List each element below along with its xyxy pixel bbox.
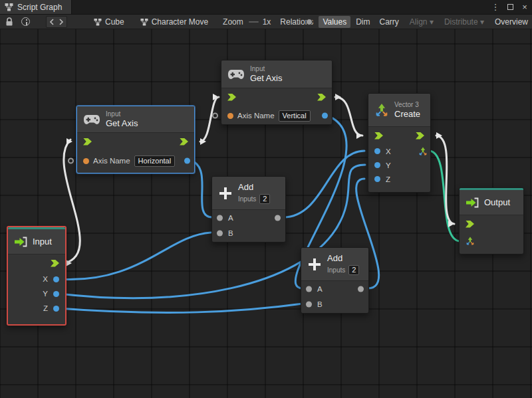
navigate-glyph: [49, 19, 64, 25]
port-row-a: A: [301, 281, 368, 296]
control-out-port[interactable]: [416, 132, 424, 140]
vector3-in-port[interactable]: [466, 237, 475, 246]
port-label: A: [228, 214, 233, 222]
breadcrumb-cube-label: Cube: [105, 17, 124, 27]
values-button[interactable]: Values: [319, 16, 350, 28]
navigate-icon[interactable]: [46, 16, 67, 28]
plus-icon: [218, 186, 233, 201]
script-graph-window: Script Graph ⋮ × Cube Character Move Zoo…: [0, 0, 532, 398]
sum-out-port[interactable]: [275, 215, 281, 221]
kebab-menu-icon[interactable]: ⋮: [489, 1, 501, 13]
dim-button[interactable]: Dim: [352, 16, 374, 28]
inputs-count-field[interactable]: 2: [348, 265, 359, 275]
y-out-port[interactable]: [53, 291, 59, 297]
result-out-port[interactable]: [184, 158, 190, 164]
node-header[interactable]: Output: [460, 190, 523, 215]
distribute-dropdown[interactable]: Distribute ▾: [440, 16, 488, 28]
control-port-row: [221, 88, 332, 106]
node-graph-output[interactable]: Output: [459, 187, 524, 254]
node-header[interactable]: Add Inputs 2: [301, 248, 368, 281]
z-out-port[interactable]: [53, 306, 59, 312]
tab-script-graph[interactable]: Script Graph: [0, 0, 72, 14]
breadcrumb-cube[interactable]: Cube: [94, 17, 124, 27]
node-header[interactable]: Add Inputs 2: [212, 177, 285, 210]
zoom-value: 1x: [263, 17, 271, 27]
lock-icon[interactable]: [5, 16, 13, 28]
vector3-out-port[interactable]: [418, 147, 428, 156]
graph-io-arrow-icon: [14, 237, 27, 247]
tab-label: Script Graph: [17, 3, 62, 12]
x-in-port[interactable]: [374, 148, 380, 154]
align-dropdown[interactable]: Align ▾: [406, 16, 438, 28]
port-row-z: Z: [368, 172, 430, 186]
y-in-port[interactable]: [374, 162, 380, 168]
result-out-port[interactable]: [322, 113, 328, 119]
node-graph-input[interactable]: Input X Y Z: [7, 226, 66, 326]
port-label: Z: [386, 175, 390, 183]
param-row: Axis Name Vertical: [221, 106, 332, 126]
control-out-port[interactable]: [180, 138, 188, 146]
node-category: Input: [106, 110, 138, 118]
input-a-port[interactable]: [217, 215, 223, 221]
vector-in-row: [460, 233, 523, 250]
inputs-count-field[interactable]: 2: [259, 194, 270, 204]
port-label: A: [317, 285, 323, 293]
cube-breadcrumb-icon: [94, 18, 102, 26]
node-category: Input: [250, 65, 282, 73]
x-out-port[interactable]: [53, 276, 59, 282]
node-header[interactable]: Vector 3 Create: [368, 94, 430, 127]
overview-button[interactable]: Overview: [491, 16, 532, 28]
port-row-y: Y: [8, 286, 65, 301]
z-in-port[interactable]: [374, 176, 380, 182]
axis-name-port[interactable]: [83, 158, 89, 164]
node-title: Add: [238, 182, 270, 193]
breadcrumb-character-move[interactable]: Character Move: [140, 17, 208, 27]
maximize-icon[interactable]: [504, 1, 516, 13]
node-get-axis-vertical[interactable]: Input Get Axis Axis Name Vertical: [221, 60, 332, 125]
align-label: Align: [410, 17, 428, 27]
zoom-label: Zoom: [223, 17, 243, 27]
info-glyph: [21, 17, 30, 26]
port-row-a: A: [212, 210, 285, 225]
control-out-port[interactable]: [317, 94, 326, 101]
close-icon[interactable]: ×: [519, 1, 531, 13]
control-port-row: [368, 127, 430, 144]
carry-button[interactable]: Carry: [376, 16, 403, 28]
axis-name-field[interactable]: Horizontal: [134, 155, 176, 167]
port-label: Y: [43, 290, 48, 298]
input-b-port[interactable]: [217, 230, 223, 236]
node-get-axis-horizontal[interactable]: Input Get Axis Axis Name Horizontal: [76, 106, 195, 173]
node-add-2[interactable]: Add Inputs 2 A B: [301, 247, 369, 314]
target-port[interactable]: [68, 158, 74, 164]
node-vector3-create[interactable]: Vector 3 Create X Y Z: [368, 93, 431, 193]
control-in-port[interactable]: [227, 94, 236, 101]
target-port[interactable]: [212, 113, 218, 119]
node-header[interactable]: Input Get Axis: [221, 60, 332, 88]
control-out-port[interactable]: [51, 260, 59, 267]
control-in-port[interactable]: [466, 221, 474, 228]
gamepad-icon: [227, 69, 245, 80]
port-label: B: [228, 229, 233, 237]
distribute-label: Distribute: [444, 17, 478, 27]
gamepad-icon: [83, 114, 100, 125]
port-row-b: B: [301, 296, 368, 312]
chevron-down-icon: ▾: [480, 17, 484, 27]
port-label: X: [386, 148, 391, 155]
port-row-y: Y: [368, 158, 430, 172]
control-in-port[interactable]: [374, 132, 383, 140]
control-in-port[interactable]: [83, 138, 92, 146]
plus-icon: [307, 257, 322, 272]
axis-name-field[interactable]: Vertical: [279, 110, 311, 122]
input-a-port[interactable]: [306, 286, 312, 292]
node-add-1[interactable]: Add Inputs 2 A B: [211, 176, 286, 243]
info-icon[interactable]: [21, 16, 30, 28]
control-port-row: [8, 254, 65, 272]
input-b-port[interactable]: [306, 301, 312, 307]
lock-glyph: [5, 17, 13, 27]
zoom-slider-handle[interactable]: [306, 19, 313, 25]
axis-name-port[interactable]: [227, 113, 233, 119]
node-header[interactable]: Input: [8, 229, 65, 254]
zoom-slider[interactable]: [249, 21, 259, 23]
sum-out-port[interactable]: [358, 286, 364, 292]
node-header[interactable]: Input Get Axis: [77, 106, 194, 133]
